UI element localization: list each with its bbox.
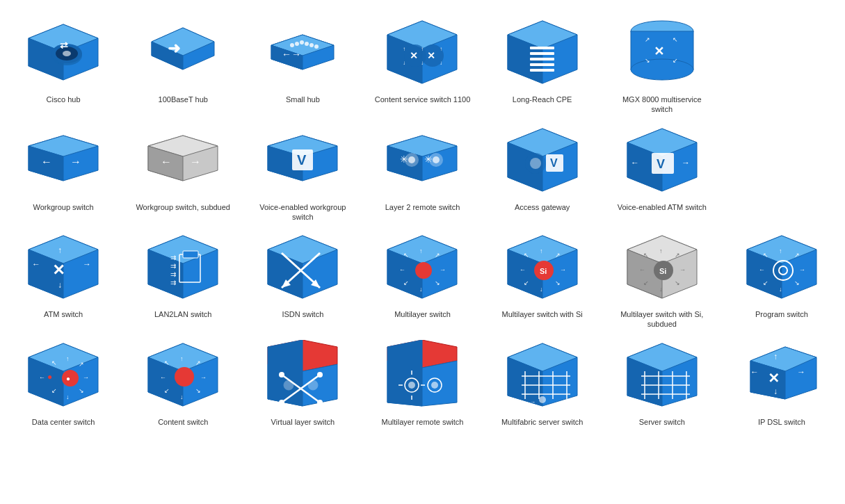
- item-server-switch: Server switch: [606, 336, 718, 427]
- svg-text:✕: ✕: [654, 44, 664, 58]
- svg-text:↙: ↙: [673, 57, 678, 64]
- svg-text:↗: ↗: [794, 252, 800, 259]
- svg-text:✕: ✕: [410, 50, 418, 61]
- svg-text:⇉: ⇉: [170, 254, 176, 261]
- svg-text:→: →: [797, 367, 805, 377]
- label-isdn-switch: ISDN switch: [282, 309, 323, 319]
- icon-multilayer-remote-switch: [377, 336, 467, 413]
- svg-point-18: [305, 42, 309, 46]
- svg-text:✳: ✳: [400, 154, 408, 165]
- label-lan2lan-switch: LAN2LAN switch: [154, 309, 212, 319]
- svg-point-198: [317, 372, 323, 377]
- svg-text:←: ←: [639, 266, 645, 273]
- label-content-switch: Content switch: [158, 417, 208, 427]
- svg-text:Si: Si: [540, 267, 547, 275]
- label-ip-dsl-switch: IP DSL switch: [758, 417, 805, 427]
- item-voice-enabled-atm: ← → V Voice-enabled ATM switch: [606, 122, 718, 222]
- icon-multifabric-server-switch: →: [497, 336, 588, 413]
- svg-point-79: [530, 158, 541, 169]
- svg-rect-42: [530, 69, 554, 72]
- svg-text:↑: ↑: [779, 247, 782, 254]
- svg-text:↙: ↙: [51, 387, 57, 394]
- svg-text:↑: ↑: [440, 46, 442, 52]
- svg-text:↓: ↓: [403, 60, 405, 66]
- svg-text:↙: ↙: [643, 279, 649, 286]
- svg-text:↑: ↑: [773, 352, 778, 361]
- icon-server-switch: [617, 336, 707, 413]
- label-voice-enabled-atm: Voice-enabled ATM switch: [618, 202, 707, 212]
- svg-rect-41: [530, 63, 554, 66]
- label-program-switch: Program switch: [755, 309, 808, 319]
- svg-text:↑: ↑: [540, 247, 543, 254]
- svg-text:←: ←: [399, 266, 405, 273]
- svg-text:←: ←: [631, 158, 639, 168]
- icon-ip-dsl-switch: ← → ↑ ↓ ✕: [737, 336, 827, 413]
- svg-text:↓: ↓: [421, 60, 424, 66]
- label-cisco-hub: Cisco hub: [47, 95, 81, 104]
- svg-text:↓: ↓: [66, 393, 70, 400]
- svg-text:→: →: [190, 156, 201, 168]
- icon-program-switch: ↑ ↗ → ↘ ↓ ↙ ← ↖: [737, 229, 827, 305]
- svg-point-15: [290, 43, 294, 47]
- svg-text:→: →: [799, 266, 805, 273]
- svg-text:←: ←: [759, 266, 765, 273]
- svg-text:↘: ↘: [794, 279, 800, 286]
- svg-rect-105: [183, 251, 198, 258]
- icon-grid: ⇄ Cisco hub ➜ 100BaseT hub ←→ Small hub: [0, 0, 845, 441]
- item-atm-switch: ← → ↑ ↓ ✕ ATM switch: [7, 229, 120, 330]
- icon-data-center-switch: ● ↑ ↗ → ↘ ↓ ↙ ● ← ↖: [18, 336, 108, 413]
- svg-point-6: [63, 51, 71, 56]
- item-virtual-layer-switch: Virtual layer switch: [246, 336, 359, 427]
- label-small-hub: Small hub: [286, 95, 320, 104]
- svg-text:↙: ↙: [403, 279, 409, 286]
- item-program-switch: ↑ ↗ → ↘ ↓ ↙ ← ↖ Program switch: [725, 229, 838, 330]
- svg-text:↖: ↖: [51, 359, 57, 366]
- svg-text:⇄: ⇄: [60, 40, 68, 51]
- svg-point-17: [300, 40, 304, 44]
- item-empty: [725, 14, 838, 115]
- item-ip-dsl-switch: ← → ↑ ↓ ✕ IP DSL switch: [725, 336, 838, 427]
- svg-text:↓: ↓: [180, 393, 184, 400]
- item-multilayer-switch-si-subdued: Si ↑ ↗ → ↘ ↓ ↙ ← ↖ Multilayer switch wit…: [606, 229, 718, 330]
- item-cisco-hub: ⇄ Cisco hub: [7, 14, 120, 115]
- label-multilayer-switch-si-subdued: Multilayer switch with Si, subdued: [613, 309, 711, 330]
- label-layer2-remote-switch: Layer 2 remote switch: [385, 202, 460, 212]
- svg-point-20: [314, 44, 319, 49]
- svg-point-199: [279, 400, 284, 405]
- svg-text:←: ←: [161, 156, 172, 168]
- svg-text:↑: ↑: [419, 247, 423, 254]
- svg-text:↖: ↖: [164, 359, 170, 366]
- svg-text:↘: ↘: [195, 387, 201, 394]
- item-multilayer-switch-si: Si ↑ ↗ → ↘ ↓ ↙ ← ↖ Multilayer switch wit…: [486, 229, 599, 330]
- label-workgroup-switch: Workgroup switch: [33, 202, 93, 212]
- label-100baset-hub: 100BaseT hub: [159, 95, 208, 104]
- svg-text:↑: ↑: [66, 355, 70, 362]
- svg-text:Si: Si: [659, 267, 666, 275]
- svg-text:←→: ←→: [282, 49, 301, 60]
- icon-workgroup-switch-subdued: ← →: [138, 122, 228, 198]
- svg-text:↘: ↘: [645, 57, 650, 64]
- svg-text:←: ←: [160, 374, 166, 381]
- svg-text:↖: ↖: [643, 252, 649, 259]
- label-atm-switch: ATM switch: [44, 309, 83, 319]
- label-long-reach-cpe: Long-Reach CPE: [513, 95, 572, 104]
- svg-text:↖: ↖: [403, 252, 409, 259]
- svg-point-181: [175, 367, 194, 387]
- svg-text:V: V: [657, 157, 665, 171]
- label-voice-enabled-workgroup: Voice-enabled workgroup switch: [254, 202, 351, 222]
- icon-voice-enabled-workgroup: V: [257, 122, 348, 198]
- svg-text:→: →: [83, 259, 91, 269]
- svg-point-73: [433, 156, 440, 163]
- svg-text:←: ←: [32, 259, 40, 269]
- svg-text:↓: ↓: [58, 280, 62, 290]
- label-multilayer-switch-si: Multilayer switch with Si: [502, 309, 583, 319]
- svg-text:V: V: [297, 152, 307, 168]
- svg-text:↗: ↗: [435, 252, 440, 259]
- item-mgx-8000: ↗ ↖ ↘ ↙ ✕ MGX 8000 multiservice switch: [606, 14, 718, 115]
- svg-text:→: →: [83, 374, 89, 381]
- item-multilayer-switch: ↑ ↗ → ↘ ↓ ↙ ← ↖ Multilayer switch: [366, 229, 478, 330]
- svg-text:→: →: [70, 156, 81, 168]
- svg-text:●: ●: [66, 375, 70, 382]
- svg-marker-192: [268, 340, 303, 406]
- svg-text:↓: ↓: [659, 286, 663, 293]
